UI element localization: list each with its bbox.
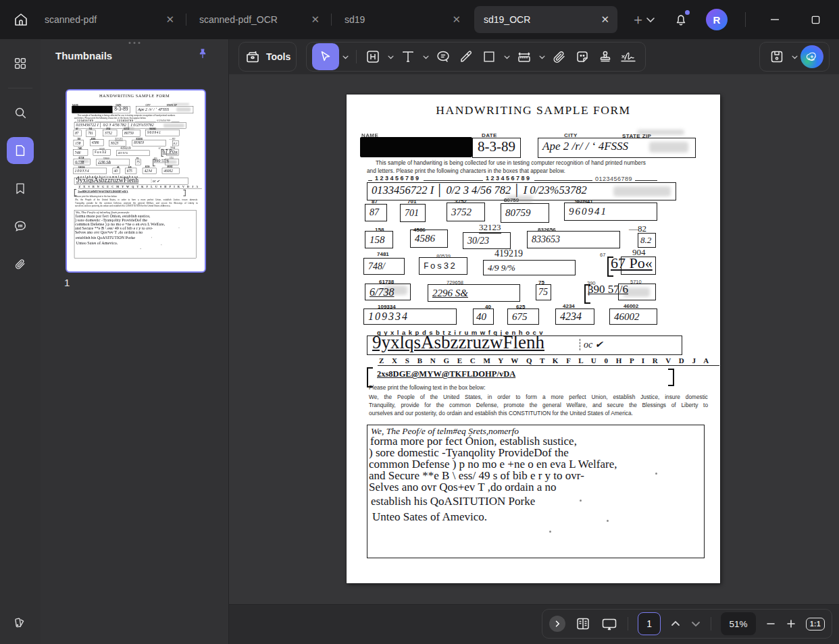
scan-smudge [637, 130, 684, 135]
text-tool-dropdown[interactable] [421, 47, 430, 67]
comment-tool-button[interactable] [432, 45, 455, 68]
statusbar-separator [711, 617, 711, 630]
previous-page-button[interactable] [670, 618, 681, 629]
cell-value: 80759 [124, 131, 134, 135]
presentation-mode-button[interactable] [601, 616, 618, 632]
actual-size-button[interactable]: 1:1 [806, 618, 825, 630]
statusbar-separator [628, 617, 628, 630]
lowercase-extra: oc ✔ [580, 339, 603, 350]
sticker-tool-button[interactable] [571, 45, 594, 68]
sidebar-item-search[interactable] [7, 99, 34, 126]
tab-close-icon[interactable]: ✕ [591, 14, 609, 26]
cell-box: 675 [125, 168, 136, 174]
ai-assistant-button[interactable] [800, 45, 823, 68]
pin-panel-button[interactable] [196, 47, 209, 61]
cell-value: 67 Po« [163, 149, 178, 155]
stamp-icon [597, 49, 613, 65]
cell-box: 4/9 9/% [483, 260, 576, 275]
account-avatar[interactable]: R [706, 9, 728, 30]
text-tool-button[interactable] [397, 45, 420, 68]
page-number-input[interactable]: 1 [638, 612, 661, 635]
home-button[interactable] [7, 6, 35, 33]
sidebar-divider [8, 88, 32, 88]
select-tool-dropdown[interactable] [340, 47, 350, 67]
tab-close-icon[interactable]: ✕ [156, 14, 174, 26]
search-icon [13, 105, 28, 120]
pin-icon [196, 47, 209, 61]
save-dropdown[interactable] [790, 47, 799, 67]
measure-tool-button[interactable] [513, 45, 536, 68]
cell-value: 4/9 9/% [488, 263, 515, 273]
uppercase-label: Z X S B N G E C M Y W Q T K F L U 0 H P … [78, 185, 198, 188]
cell-value: 109334 [368, 311, 409, 323]
tab-separator [186, 14, 186, 26]
book-layout-icon [575, 616, 591, 632]
select-tool-button[interactable] [312, 43, 339, 70]
tab-close-icon[interactable]: ✕ [442, 14, 461, 26]
cell-value: 390 57/6 | [588, 283, 590, 296]
shape-tool-button[interactable] [478, 45, 501, 68]
heading-icon [365, 49, 381, 65]
thumbnail-page-number: 1 [64, 277, 70, 288]
cell-box: 46002 [162, 168, 180, 174]
page-thumbnail[interactable]: HANDWRITING SAMPLE FORM NAME DATE 8-3-89… [66, 89, 206, 273]
ai-swirl-icon [805, 50, 819, 63]
minimize-button[interactable] [763, 8, 786, 31]
tab-sd19-ocr-active[interactable]: sd19_OCR ✕ [474, 6, 617, 33]
sidebar-item-bookmarks[interactable] [7, 175, 34, 202]
scan-smudge [506, 196, 533, 203]
zoom-in-button[interactable] [786, 618, 796, 629]
sidebar-item-attachments[interactable] [7, 250, 34, 277]
tab-close-icon[interactable]: ✕ [301, 14, 320, 26]
stamp-tool-button[interactable] [594, 45, 617, 68]
zoom-level[interactable]: 51% [721, 612, 756, 635]
pdf-editor-window: scanned-pdf ✕ scanned-pdf_OCR ✕ sd19 ✕ s… [0, 0, 839, 644]
heading-tool-button[interactable] [361, 45, 384, 68]
tabs-dropdown-button[interactable] [645, 14, 656, 25]
cell-box: 87 [74, 130, 82, 136]
sidebar-item-comments[interactable] [7, 213, 34, 240]
sidebar-item-panels[interactable] [7, 50, 34, 77]
sidebar-item-thumbnails[interactable] [7, 137, 34, 164]
attach-file-tool-button[interactable] [548, 45, 571, 68]
tools-button[interactable]: Tools [238, 42, 297, 72]
print-instruction: Please print the following text in the b… [75, 195, 117, 198]
cell-value: 46002 [163, 169, 173, 173]
sidebar-item-appearance[interactable] [7, 609, 34, 636]
notifications-button[interactable] [673, 12, 688, 27]
constitution-line-3: ourselves and our posterity, do ordain a… [369, 410, 633, 417]
heading-tool-dropdown[interactable] [386, 47, 395, 67]
save-button[interactable] [765, 45, 788, 68]
cell-value: 748/ [368, 261, 385, 272]
cell-value: 80759 [505, 207, 531, 219]
tab-scanned-pdf[interactable]: scanned-pdf ✕ [35, 6, 182, 33]
digits-value: 0133456722 I │ 0/2 3 4/56 782 │ I 0/23%5… [76, 123, 153, 128]
cell-value: 3752 [105, 131, 112, 135]
comment-icon [13, 219, 28, 234]
tab-scanned-pdf-ocr[interactable]: scanned-pdf_OCR ✕ [190, 6, 328, 33]
cell-value: 4586 [92, 140, 99, 144]
cell-box: 158 [74, 140, 84, 146]
maximize-button[interactable] [804, 8, 827, 31]
scan-noise [178, 227, 179, 228]
cell-value: 46002 [614, 311, 640, 323]
tab-sd19[interactable]: sd19 ✕ [335, 6, 469, 33]
panel-drag-handle[interactable] [129, 42, 141, 44]
signature-tool-button[interactable] [617, 45, 640, 68]
new-tab-button[interactable]: ＋ [631, 10, 645, 29]
marker-pen-icon [458, 49, 474, 65]
intro-line-2: and letters. Please print the following … [367, 167, 565, 174]
shape-tool-dropdown[interactable] [502, 47, 511, 67]
hand-line: Selves ano ovr Qos+ev T ,do ordain a no [369, 481, 557, 494]
measure-tool-dropdown[interactable] [537, 47, 546, 67]
cell-value: 701 [405, 208, 419, 219]
reading-mode-button[interactable] [575, 616, 591, 632]
cell-value: 4234 [144, 169, 152, 173]
next-page-button[interactable] [690, 618, 701, 629]
expand-toolbar-button[interactable] [549, 616, 565, 632]
zoom-out-button[interactable] [765, 618, 776, 629]
highlighter-tool-button[interactable] [455, 45, 478, 68]
uppercase-underline [378, 365, 719, 366]
tab-separator [331, 14, 332, 26]
document-canvas[interactable]: HANDWRITING SAMPLE FORM NAME DATE 8-3-89… [229, 74, 839, 605]
